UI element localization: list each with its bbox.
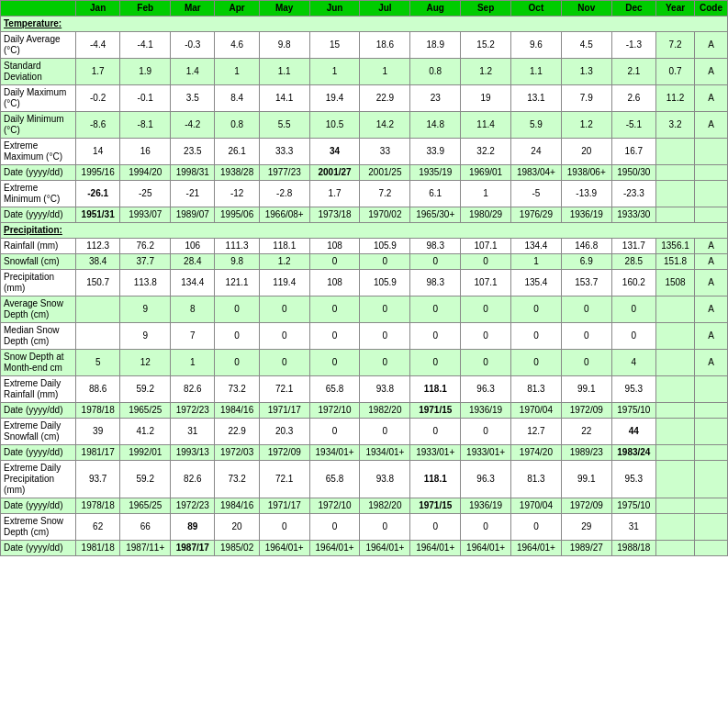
cell-value: 1972/09 — [561, 498, 611, 514]
cell-value: 0 — [561, 350, 611, 376]
cell-value: A — [695, 32, 728, 59]
cell-value: 1934/01+ — [309, 445, 360, 461]
cell-value: 20 — [215, 514, 259, 541]
cell-value: 1989/27 — [561, 541, 611, 556]
cell-value: 99.1 — [561, 376, 611, 403]
cell-value — [695, 419, 728, 445]
row-label: Average Snow Depth (cm) — [1, 296, 76, 323]
cell-value: 41.2 — [120, 419, 171, 445]
cell-value: -0.2 — [76, 85, 120, 112]
cell-value: -12 — [215, 181, 259, 207]
cell-value: 11.2 — [656, 85, 695, 112]
table-row: Snow Depth at Month-end cm5121000000004A — [1, 350, 728, 376]
cell-value: 9.8 — [259, 32, 309, 59]
cell-value: 1.2 — [259, 254, 309, 270]
cell-value — [695, 541, 728, 556]
table-row: Precipitation (mm)150.7113.8134.4121.111… — [1, 270, 728, 296]
cell-value: -26.1 — [76, 181, 120, 207]
cell-value: 1974/20 — [511, 445, 562, 461]
cell-value: 0 — [215, 323, 259, 350]
row-label: Standard Deviation — [1, 59, 76, 85]
cell-value: 0 — [410, 296, 461, 323]
cell-value: -21 — [171, 181, 215, 207]
cell-value: 1950/30 — [611, 165, 655, 181]
row-label: Precipitation (mm) — [1, 270, 76, 296]
row-label: Daily Average (°C) — [1, 32, 76, 59]
cell-value: 0 — [259, 323, 309, 350]
col-header-dec: Dec — [611, 1, 655, 17]
cell-value: 0 — [511, 350, 562, 376]
cell-value — [656, 419, 695, 445]
cell-value: 73.2 — [215, 461, 259, 498]
cell-value — [695, 139, 728, 165]
cell-value: 1972/23 — [171, 403, 215, 419]
cell-value: 4 — [611, 350, 655, 376]
cell-value: 0.8 — [410, 59, 461, 85]
cell-value: 1978/18 — [76, 403, 120, 419]
cell-value: 1.9 — [120, 59, 171, 85]
cell-value: 1 — [461, 181, 511, 207]
cell-value: 1938/28 — [215, 165, 259, 181]
cell-value: 13.1 — [511, 85, 562, 112]
cell-value: 0 — [360, 514, 410, 541]
cell-value: 1 — [360, 59, 410, 85]
cell-value: 0 — [360, 323, 410, 350]
cell-value: 1970/04 — [511, 403, 562, 419]
cell-value — [656, 350, 695, 376]
cell-value: 33.3 — [259, 139, 309, 165]
cell-value: 1989/07 — [171, 207, 215, 223]
cell-value: 1936/19 — [461, 498, 511, 514]
cell-value — [76, 323, 120, 350]
cell-value: 59.2 — [120, 461, 171, 498]
row-label: Median Snow Depth (cm) — [1, 323, 76, 350]
cell-value: 1981/18 — [76, 541, 120, 556]
cell-value: 1951/31 — [76, 207, 120, 223]
cell-value: 44 — [611, 419, 655, 445]
table-row: Median Snow Depth (cm)97000000000A — [1, 323, 728, 350]
cell-value: 1975/10 — [611, 498, 655, 514]
cell-value: 0 — [309, 254, 360, 270]
cell-value: 0 — [259, 514, 309, 541]
cell-value: 65.8 — [309, 376, 360, 403]
cell-value: 8.4 — [215, 85, 259, 112]
cell-value: 0 — [309, 419, 360, 445]
cell-value: 1933/30 — [611, 207, 655, 223]
col-header-nov: Nov — [561, 1, 611, 17]
row-label: Extreme Minimum (°C) — [1, 181, 76, 207]
cell-value: 6.1 — [410, 181, 461, 207]
cell-value — [656, 445, 695, 461]
cell-value: 0 — [215, 296, 259, 323]
cell-value: 7.2 — [656, 32, 695, 59]
row-label: Date (yyyy/dd) — [1, 498, 76, 514]
cell-value — [695, 403, 728, 419]
row-label: Snow Depth at Month-end cm — [1, 350, 76, 376]
cell-value — [695, 207, 728, 223]
cell-value: 9.8 — [215, 254, 259, 270]
cell-value: 0 — [360, 296, 410, 323]
section-header-0: Temperature: — [1, 17, 728, 32]
cell-value: 160.2 — [611, 270, 655, 296]
cell-value: 0 — [511, 296, 562, 323]
cell-value: 1.3 — [561, 59, 611, 85]
cell-value: 66 — [120, 514, 171, 541]
table-row: Daily Maximum (°C)-0.2-0.13.58.414.119.4… — [1, 85, 728, 112]
cell-value: 150.7 — [76, 270, 120, 296]
cell-value: 1 — [309, 59, 360, 85]
cell-value: A — [695, 85, 728, 112]
col-header-year: Year — [656, 1, 695, 17]
row-label: Date (yyyy/dd) — [1, 403, 76, 419]
cell-value: A — [695, 112, 728, 139]
cell-value: 0 — [259, 296, 309, 323]
cell-value: -2.8 — [259, 181, 309, 207]
cell-value: 1933/01+ — [461, 445, 511, 461]
cell-value: 1988/18 — [611, 541, 655, 556]
cell-value: 134.4 — [511, 239, 562, 254]
cell-value: 113.8 — [120, 270, 171, 296]
cell-value: 107.1 — [461, 270, 511, 296]
cell-value: 93.7 — [76, 461, 120, 498]
cell-value: 0 — [215, 350, 259, 376]
cell-value: 0 — [461, 254, 511, 270]
cell-value: 1980/29 — [461, 207, 511, 223]
cell-value: 1981/17 — [76, 445, 120, 461]
cell-value: 1971/17 — [259, 498, 309, 514]
